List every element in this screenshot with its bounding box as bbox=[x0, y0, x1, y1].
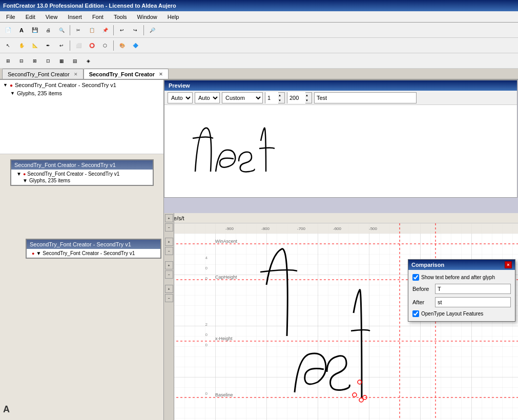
preview-select-2[interactable]: Auto bbox=[195, 92, 220, 103]
innermost-icon: ● bbox=[32, 251, 34, 256]
preview-select-custom[interactable]: Custom bbox=[222, 92, 263, 103]
left-tools-panel: + − + − + − + − bbox=[164, 213, 174, 420]
comparison-close-button[interactable]: × bbox=[505, 261, 512, 268]
grid-btn6[interactable]: ▤ bbox=[69, 55, 81, 67]
nested-title-label-2: SecondTry_Font Creator - SecondTry v1 bbox=[30, 241, 131, 247]
comparison-title-text: Comparison bbox=[411, 262, 444, 268]
grid-btn5[interactable]: ▦ bbox=[55, 55, 68, 67]
preview-title-text: Preview bbox=[169, 82, 190, 89]
grid-btn1[interactable]: ⊞ bbox=[2, 55, 14, 67]
menu-font[interactable]: Font bbox=[88, 13, 108, 21]
before-input[interactable] bbox=[435, 284, 511, 294]
preview-toolbar: Auto Auto Custom ▲ ▼ bbox=[164, 91, 517, 105]
nested-glyphs-node[interactable]: ▼ Glyphs, 235 items bbox=[14, 177, 150, 184]
measure-tool[interactable]: 📐 bbox=[29, 39, 41, 52]
before-label: Before bbox=[412, 286, 432, 292]
menu-insert[interactable]: Insert bbox=[64, 13, 86, 21]
zoom-button[interactable]: 🔎 bbox=[146, 24, 158, 36]
editor-canvas: Preview Auto Auto Custom ▲ ▼ bbox=[164, 80, 518, 420]
close-icon: × bbox=[507, 262, 509, 267]
preview-canvas bbox=[164, 105, 517, 197]
preview-text-input[interactable] bbox=[314, 92, 417, 103]
tree-node-root[interactable]: ▼ ● SecondTry_Font Creator - SecondTry v… bbox=[0, 80, 163, 89]
preview-number-1[interactable] bbox=[265, 92, 278, 103]
left-tool-5[interactable]: + bbox=[165, 261, 173, 269]
sep4 bbox=[70, 40, 70, 51]
innermost-tree-node[interactable]: ● ▼ SecondTry_Font Creator - SecondTry v… bbox=[30, 250, 157, 257]
nested-glyphs-expand: ▼ bbox=[23, 178, 28, 183]
opentype-checkbox[interactable] bbox=[412, 310, 419, 317]
preview-select-1[interactable]: Auto bbox=[168, 92, 193, 103]
nested-window-2: SecondTry_Font Creator - SecondTry v1 ● … bbox=[26, 239, 161, 259]
pen-tool[interactable]: ✒ bbox=[42, 39, 54, 52]
redo-button[interactable]: ↪ bbox=[129, 24, 141, 36]
menu-window[interactable]: Window bbox=[133, 13, 161, 21]
svg-point-32 bbox=[353, 393, 357, 397]
menu-file[interactable]: File bbox=[2, 13, 19, 21]
editor-title-bar: /T/e/s/t bbox=[164, 213, 518, 223]
pan-tool[interactable]: ✋ bbox=[15, 39, 28, 52]
nested-info-icon: ● bbox=[23, 172, 26, 177]
after-label: After bbox=[412, 299, 432, 305]
left-tool-1[interactable]: + bbox=[165, 214, 173, 222]
after-row: After bbox=[412, 297, 511, 307]
smooth-tool[interactable]: ↩ bbox=[55, 39, 68, 52]
left-tool-3[interactable]: + bbox=[165, 238, 173, 246]
save-button[interactable]: 💾 bbox=[29, 24, 41, 36]
num-up-1[interactable]: ▲ bbox=[278, 93, 284, 98]
transform-tool[interactable]: 🔷 bbox=[129, 39, 141, 52]
polygon-tool[interactable]: ⬡ bbox=[99, 39, 111, 52]
tab-close-0[interactable]: ✕ bbox=[74, 72, 78, 77]
opentype-label: OpenType Layout Features bbox=[421, 311, 483, 317]
tab-close-1[interactable]: ✕ bbox=[159, 72, 163, 77]
left-sidebar: ▼ ● SecondTry_Font Creator - SecondTry v… bbox=[0, 80, 164, 420]
left-tool-4[interactable]: − bbox=[165, 247, 173, 255]
left-tool-8[interactable]: − bbox=[165, 294, 173, 302]
nested-node-label: SecondTry_Font Creator - SecondTry v1 bbox=[27, 171, 119, 177]
print-button[interactable]: 🖨 bbox=[42, 24, 54, 36]
num-down-1[interactable]: ▼ bbox=[278, 98, 284, 103]
num-down-2[interactable]: ▼ bbox=[305, 98, 312, 103]
color-tool[interactable]: 🎨 bbox=[116, 39, 128, 52]
grid-btn7[interactable]: ◈ bbox=[82, 55, 94, 67]
menu-help[interactable]: Help bbox=[163, 13, 183, 21]
nested-tree-node[interactable]: ▼ ● SecondTry_Font Creator - SecondTry v… bbox=[14, 171, 150, 177]
toolbar-3: ⊞ ⊟ ⊠ ⊡ ▦ ▤ ◈ bbox=[0, 53, 518, 69]
after-input[interactable] bbox=[435, 297, 511, 307]
rect-tool[interactable]: ⬜ bbox=[72, 39, 85, 52]
show-text-checkbox[interactable] bbox=[412, 274, 419, 281]
menu-bar: File Edit View Insert Font Tools Window … bbox=[0, 11, 518, 23]
ellipse-tool[interactable]: ⭕ bbox=[86, 39, 98, 52]
left-tool-2[interactable]: − bbox=[165, 223, 173, 232]
new-button[interactable]: 📄 bbox=[2, 24, 14, 36]
select-tool[interactable]: ↖ bbox=[2, 39, 14, 52]
title-text: FontCreator 13.0 Professional Edition - … bbox=[3, 3, 176, 9]
toolbar-1: 📄 A 💾 🖨 🔍 ✂ 📋 📌 ↩ ↪ 🔎 bbox=[0, 23, 518, 38]
tree-area-top: ▼ ● SecondTry_Font Creator - SecondTry v… bbox=[0, 80, 163, 154]
grid-btn4[interactable]: ⊡ bbox=[42, 55, 54, 67]
preview-number-2[interactable] bbox=[287, 92, 305, 103]
left-tool-7[interactable]: + bbox=[165, 285, 173, 293]
copy-button[interactable]: 📋 bbox=[86, 24, 98, 36]
toolbar-2: ↖ ✋ 📐 ✒ ↩ ⬜ ⭕ ⬡ 🎨 🔷 bbox=[0, 38, 518, 53]
num-up-2[interactable]: ▲ bbox=[305, 93, 312, 98]
undo-button[interactable]: ↩ bbox=[116, 24, 128, 36]
menu-tools[interactable]: Tools bbox=[110, 13, 131, 21]
paste-button[interactable]: 📌 bbox=[99, 24, 111, 36]
left-tool-6[interactable]: − bbox=[165, 270, 173, 279]
menu-edit[interactable]: Edit bbox=[22, 13, 39, 21]
grid-btn3[interactable]: ⊠ bbox=[29, 55, 41, 67]
svg-point-34 bbox=[359, 398, 363, 402]
font-btn[interactable]: A bbox=[15, 24, 28, 36]
tree-node-glyphs[interactable]: ▼ Glyphs, 235 items bbox=[0, 89, 163, 97]
tab-0[interactable]: SecondTry_Font Creator ✕ bbox=[2, 69, 84, 79]
nested-expand-icon: ▼ bbox=[16, 171, 22, 177]
cut-button[interactable]: ✂ bbox=[72, 24, 85, 36]
sep1 bbox=[70, 25, 70, 35]
grid-btn2[interactable]: ⊟ bbox=[15, 55, 28, 67]
find-button[interactable]: 🔍 bbox=[55, 24, 68, 36]
expand-icon: ▼ bbox=[3, 82, 8, 88]
main-area: ▼ ● SecondTry_Font Creator - SecondTry v… bbox=[0, 80, 518, 420]
menu-view[interactable]: View bbox=[42, 13, 62, 21]
tab-1[interactable]: SecondTry_Font Creator ✕ bbox=[84, 69, 169, 79]
